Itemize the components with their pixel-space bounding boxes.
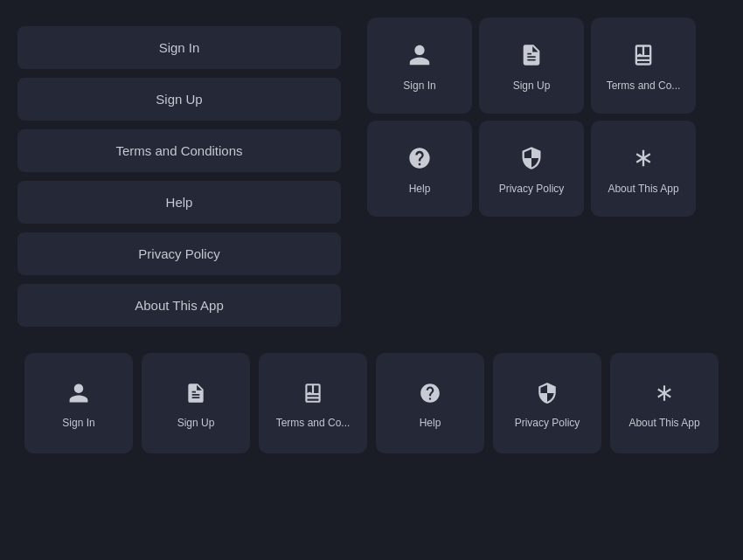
grid-privacy-label: Privacy Policy <box>499 183 565 195</box>
list-about-button[interactable]: About This App <box>17 284 341 327</box>
book-icon <box>628 39 659 71</box>
bottom-about-label: About This App <box>628 417 699 429</box>
grid-terms-label: Terms and Co... <box>607 80 681 92</box>
bottom-privacy-label: Privacy Policy <box>515 417 580 429</box>
bottom-about-item[interactable]: About This App <box>610 353 719 453</box>
user-icon <box>404 39 435 71</box>
grid-help-item[interactable]: Help <box>367 121 472 217</box>
grid-help-label: Help <box>409 183 431 195</box>
list-terms-button[interactable]: Terms and Conditions <box>17 129 341 172</box>
bottom-book-icon <box>298 378 328 408</box>
bottom-section: Sign In Sign Up Terms and Co... Help <box>17 353 726 453</box>
shield-icon <box>516 142 547 174</box>
list-sign-up-button[interactable]: Sign Up <box>17 78 341 121</box>
grid-sign-in-item[interactable]: Sign In <box>367 17 472 114</box>
bottom-shield-icon <box>532 378 562 408</box>
bottom-document-icon <box>181 378 211 408</box>
grid-privacy-item[interactable]: Privacy Policy <box>479 121 584 217</box>
grid-panel: Sign In Sign Up Terms and Co... <box>367 17 696 217</box>
main-container: Sign In Sign Up Terms and Conditions Hel… <box>0 0 743 471</box>
document-icon <box>516 39 547 71</box>
top-section: Sign In Sign Up Terms and Conditions Hel… <box>17 17 726 327</box>
bottom-terms-label: Terms and Co... <box>276 417 351 429</box>
bottom-asterisk-icon <box>649 378 679 408</box>
bottom-user-icon <box>64 378 94 408</box>
bottom-terms-item[interactable]: Terms and Co... <box>259 353 367 453</box>
grid-sign-up-item[interactable]: Sign Up <box>479 17 584 114</box>
asterisk-icon <box>628 142 659 174</box>
bottom-question-icon <box>415 378 445 408</box>
grid-terms-item[interactable]: Terms and Co... <box>591 17 696 114</box>
list-help-button[interactable]: Help <box>17 181 341 224</box>
bottom-sign-in-label: Sign In <box>62 417 94 429</box>
grid-sign-up-label: Sign Up <box>513 80 551 92</box>
list-panel: Sign In Sign Up Terms and Conditions Hel… <box>17 17 341 327</box>
list-privacy-button[interactable]: Privacy Policy <box>17 232 341 275</box>
question-icon <box>404 142 435 174</box>
list-sign-in-button[interactable]: Sign In <box>17 26 341 69</box>
bottom-sign-up-item[interactable]: Sign Up <box>142 353 250 453</box>
grid-sign-in-label: Sign In <box>403 80 435 92</box>
bottom-sign-in-item[interactable]: Sign In <box>24 353 133 453</box>
bottom-help-label: Help <box>420 417 441 429</box>
bottom-privacy-item[interactable]: Privacy Policy <box>493 353 601 453</box>
bottom-help-item[interactable]: Help <box>376 353 484 453</box>
grid-about-label: About This App <box>608 183 678 195</box>
grid-about-item[interactable]: About This App <box>591 121 696 217</box>
bottom-sign-up-label: Sign Up <box>177 417 215 429</box>
